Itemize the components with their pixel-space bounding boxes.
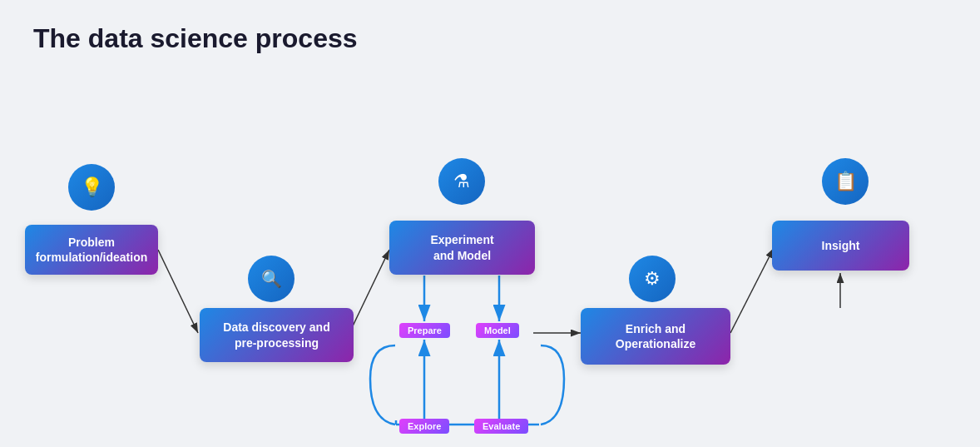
pill-explore: Explore [399,419,449,434]
insight-icon: 📋 [822,158,869,205]
experiment-icon: ⚗ [438,158,485,205]
data-discovery-box: Data discovery and pre-processing [200,308,354,362]
experiment-box: Experiment and Model [389,221,535,275]
svg-line-7 [730,248,774,333]
pill-evaluate: Evaluate [474,419,528,434]
svg-line-4 [349,250,389,333]
enrich-icon: ⚙ [629,256,676,302]
page-title: The data science process [0,0,980,54]
svg-line-3 [158,250,198,333]
insight-box: Insight [772,221,909,271]
problem-box: Problem formulation/ideation [25,225,158,275]
pill-prepare: Prepare [399,323,450,338]
data-discovery-icon: 🔍 [248,256,294,302]
pill-model: Model [476,323,519,338]
enrich-box: Enrich and Operationalize [581,308,730,365]
problem-icon: 💡 [68,164,115,211]
diagram-area: Problem formulation/ideation Data discov… [0,62,980,445]
